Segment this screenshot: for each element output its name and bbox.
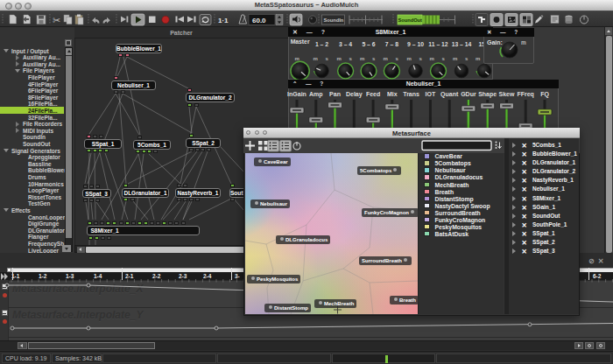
svg-text:✂: ✂ [53, 15, 60, 25]
svg-text:1·1: 1·1 [218, 17, 229, 24]
svg-text:SoundIn: SoundIn [324, 18, 344, 23]
svg-text:60.0: 60.0 [252, 17, 266, 24]
svg-text:SoundOut: SoundOut [398, 18, 423, 23]
